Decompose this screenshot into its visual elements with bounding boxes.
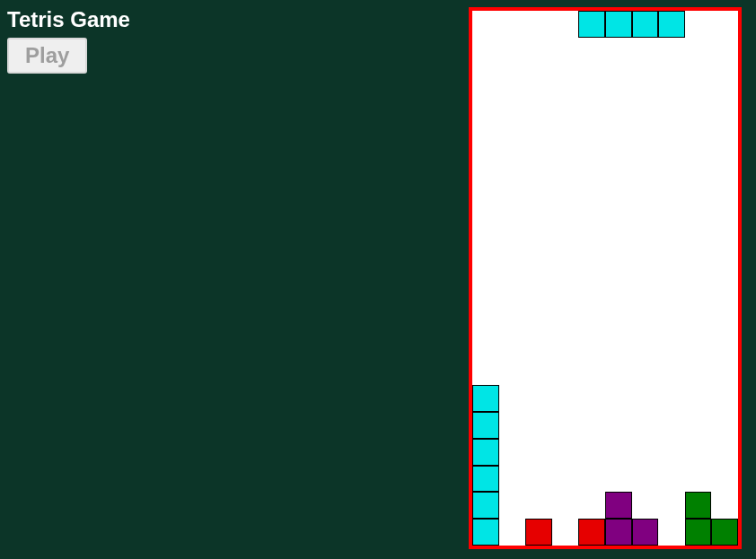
tetris-cell xyxy=(632,11,659,38)
game-board[interactable] xyxy=(472,11,738,546)
tetris-cell xyxy=(472,385,499,412)
play-button[interactable]: Play xyxy=(7,38,87,74)
tetris-cell xyxy=(472,412,499,439)
tetris-cell xyxy=(472,519,499,546)
tetris-cell xyxy=(711,519,738,546)
tetris-cell xyxy=(605,11,632,38)
tetris-cell xyxy=(578,519,605,546)
tetris-cell xyxy=(472,439,499,466)
tetris-cell xyxy=(685,492,712,519)
tetris-cell xyxy=(685,519,712,546)
tetris-cell xyxy=(472,492,499,519)
tetris-cell xyxy=(605,519,632,546)
game-board-border xyxy=(469,7,742,549)
tetris-cell xyxy=(578,11,605,38)
tetris-cell xyxy=(605,492,632,519)
tetris-cell xyxy=(525,519,552,546)
tetris-cell xyxy=(658,11,685,38)
tetris-cell xyxy=(632,519,659,546)
tetris-cell xyxy=(472,466,499,493)
header: Tetris Game Play xyxy=(7,7,130,74)
page-title: Tetris Game xyxy=(7,7,130,32)
